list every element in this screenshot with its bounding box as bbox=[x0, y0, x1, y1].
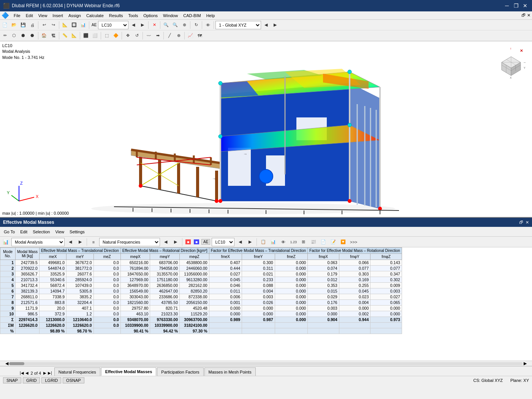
tool-r9[interactable]: ⬛ bbox=[82, 32, 90, 40]
x-mark-btn[interactable]: ✕ bbox=[150, 21, 158, 29]
osnap-btn[interactable]: OSNAP bbox=[63, 377, 84, 383]
arrow-btn[interactable]: ➡ bbox=[154, 32, 162, 40]
lc-dropdown[interactable]: LC10 bbox=[98, 21, 128, 29]
close-button[interactable]: ✕ bbox=[521, 3, 529, 9]
table-row[interactable]: ΣM1226620.01226620.01226620.00.010339900… bbox=[0, 323, 402, 328]
panel-menu-edit[interactable]: Edit bbox=[18, 229, 30, 235]
menu-edit[interactable]: Edit bbox=[24, 13, 35, 19]
panel-menu-selection[interactable]: Selection bbox=[30, 229, 52, 235]
tool-r3[interactable]: ⬢ bbox=[19, 32, 27, 40]
panel-tool-2[interactable]: 📊 bbox=[269, 238, 277, 246]
panel-tool-6[interactable]: 📄 bbox=[319, 238, 328, 246]
tab-participation[interactable]: Participation Factors bbox=[157, 367, 203, 376]
analysis-prev-btn[interactable]: ◀ bbox=[66, 238, 74, 246]
table-row[interactable]: 3365626.733525.926077.60.01847650.003135… bbox=[0, 271, 402, 277]
table-row[interactable]: 4210713.355340.6285924.00.0127969.001751… bbox=[0, 277, 402, 283]
coord-next-btn[interactable]: ▶ bbox=[271, 21, 279, 29]
panel-close-btn[interactable]: ✕ bbox=[526, 220, 529, 225]
table-row[interactable]: 10986.5372.91.20.0463.1021023.3011529.20… bbox=[0, 311, 402, 317]
table-row[interactable]: 5341732.456872.4107439.00.03648970.00263… bbox=[0, 283, 402, 288]
tool-r12[interactable]: 🔶 bbox=[112, 32, 120, 40]
minimize-button[interactable]: ─ bbox=[503, 3, 511, 9]
panel-menu-goto[interactable]: Go To bbox=[2, 229, 17, 235]
scroll-thumb[interactable] bbox=[9, 362, 24, 365]
tab-prev-btn[interactable]: ◀ bbox=[25, 370, 29, 376]
tool-r2[interactable]: ⬡ bbox=[10, 32, 18, 40]
tab-next-btn[interactable]: ▶ bbox=[43, 370, 47, 376]
panel-tb-icon[interactable]: 📊 bbox=[2, 238, 10, 246]
analysis-next-btn[interactable]: ▶ bbox=[76, 238, 84, 246]
panel-tool-more[interactable]: >>> bbox=[349, 238, 358, 246]
freq-prev-btn[interactable]: ◀ bbox=[162, 238, 170, 246]
menu-cad-bim[interactable]: CAD-BIM bbox=[181, 13, 203, 19]
tool-r1[interactable]: ✏ bbox=[1, 32, 9, 40]
lc-panel-dropdown[interactable]: LC10 bbox=[212, 238, 234, 246]
menu-tools[interactable]: Tools bbox=[126, 13, 140, 19]
table-container[interactable]: ModeNo. Modal MassMi [kg] Effective Moda… bbox=[0, 247, 532, 361]
next-lc-btn[interactable]: ▶ bbox=[138, 21, 147, 29]
coord-dropdown[interactable]: 1 - Global XYZ bbox=[215, 21, 261, 29]
table-row[interactable]: 1242739.5499681.0367672.00.0650216.00683… bbox=[0, 260, 402, 266]
zoom-fit-btn[interactable]: ⊕ bbox=[180, 21, 188, 29]
rotate3d-btn[interactable]: ↺ bbox=[133, 32, 141, 40]
panel-menu-view[interactable]: View bbox=[53, 229, 66, 235]
tool-r6[interactable]: 🏗 bbox=[49, 32, 57, 40]
menu-help[interactable]: Help bbox=[204, 13, 217, 19]
scroll-left-btn[interactable]: ◀ bbox=[5, 361, 8, 366]
tool-r4[interactable]: ⬣ bbox=[28, 32, 36, 40]
zoom-in-btn[interactable]: 🔍 bbox=[162, 21, 170, 29]
tab-first-btn[interactable]: |◀ bbox=[19, 370, 25, 376]
menu-results[interactable]: Results bbox=[107, 13, 125, 19]
table-row[interactable]: Σ2297414.31213000.01210640.00.09348070.0… bbox=[0, 317, 402, 323]
save-btn[interactable]: 💾 bbox=[19, 21, 27, 29]
menu-view[interactable]: View bbox=[36, 13, 50, 19]
panel-tool-filter[interactable]: 🔽 bbox=[339, 238, 347, 246]
panel-header-controls[interactable]: 🗗 ✕ bbox=[519, 220, 529, 225]
3d-viewport[interactable]: X Y Z → → bbox=[0, 41, 532, 217]
menu-assign[interactable]: Assign bbox=[66, 13, 83, 19]
coord-prev-btn[interactable]: ◀ bbox=[262, 21, 270, 29]
panel-freq-dropdown-icon[interactable]: ≡ bbox=[89, 238, 98, 246]
rotate-btn[interactable]: ↻ bbox=[192, 21, 200, 29]
panel-menu-settings[interactable]: Settings bbox=[67, 229, 87, 235]
menu-options[interactable]: Options bbox=[141, 13, 160, 19]
tool-r11[interactable]: ⬚ bbox=[103, 32, 111, 40]
lc-panel-next-btn[interactable]: ▶ bbox=[246, 238, 254, 246]
restore-button[interactable]: ❐ bbox=[512, 3, 520, 9]
scroll-right-btn[interactable]: ▶ bbox=[524, 361, 527, 366]
menu-calculate[interactable]: Calculate bbox=[84, 13, 106, 19]
grid-btn[interactable]: GRID bbox=[23, 377, 40, 383]
toolbar-btn-a[interactable]: 📐 bbox=[61, 21, 69, 29]
tab-nav[interactable]: |◀ ◀ 2 of 4 ▶ ▶| bbox=[19, 370, 53, 376]
window-controls[interactable]: ─ ❐ ✕ bbox=[503, 3, 529, 9]
lgrid-btn[interactable]: LGRID bbox=[41, 377, 61, 383]
freq-dropdown[interactable]: Natural Frequencies bbox=[99, 238, 160, 246]
tab-natural-freq[interactable]: Natural Frequencies bbox=[54, 367, 100, 376]
wave-btn[interactable]: 〰 bbox=[144, 32, 153, 40]
table-row[interactable]: 6382139.314094.75305.80.0156549.00462647… bbox=[0, 288, 402, 294]
panel-tool-eye[interactable]: 👁 bbox=[279, 238, 287, 246]
lc-panel-prev-btn[interactable]: ◀ bbox=[236, 238, 244, 246]
menu-insert[interactable]: Insert bbox=[50, 13, 65, 19]
tool-r5[interactable]: 🏠 bbox=[40, 32, 48, 40]
table-row[interactable]: %98.89 %98.70 %90.41 %94.42 %97.30 % bbox=[0, 328, 402, 334]
menu-window[interactable]: Window bbox=[161, 13, 180, 19]
analysis-type-dropdown[interactable]: Modal Analysis bbox=[11, 238, 65, 246]
line-btn[interactable]: ╱ bbox=[165, 32, 174, 40]
panel-tool-123[interactable]: 1.23 bbox=[289, 238, 298, 246]
panel-tool-5[interactable]: 📰 bbox=[309, 238, 318, 246]
open-btn[interactable]: 📂 bbox=[10, 21, 18, 29]
app-restore-btn[interactable]: 🗗 bbox=[521, 13, 526, 18]
tool-r10[interactable]: ⬜ bbox=[91, 32, 99, 40]
menu-file[interactable]: File bbox=[11, 13, 23, 19]
freq-next-btn[interactable]: ▶ bbox=[171, 238, 180, 246]
graph-btn[interactable]: 📈 bbox=[186, 32, 195, 40]
contour-btn[interactable]: 🗺 bbox=[195, 32, 204, 40]
tool-r7[interactable]: 📏 bbox=[61, 32, 69, 40]
table-row[interactable]: 7268811.07338.93835.20.0303043.00233686.… bbox=[0, 294, 402, 300]
tab-effective-modal[interactable]: Effective Modal Masses bbox=[101, 367, 157, 376]
new-btn[interactable]: 📄 bbox=[1, 21, 9, 29]
panel-minimize-btn[interactable]: 🗗 bbox=[519, 220, 523, 225]
snap-btn[interactable]: ⊕ bbox=[174, 32, 183, 40]
toolbar-btn-c[interactable]: 📊 bbox=[79, 21, 87, 29]
